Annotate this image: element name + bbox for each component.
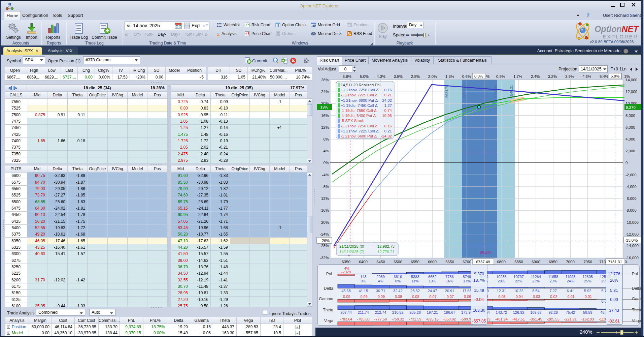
svg-text:-1 19dic. 7550 Call Δ: -1 19dic. 7550 Call Δ bbox=[341, 109, 377, 113]
svg-text:-285.55: -285.55 bbox=[547, 317, 559, 321]
svg-text:6800: 6800 bbox=[497, 260, 506, 264]
svg-text:12,000: 12,000 bbox=[625, 90, 637, 94]
svg-text:-13,045: -13,045 bbox=[625, 238, 638, 242]
svg-text:7786: 7786 bbox=[445, 275, 453, 279]
svg-text:41.15: 41.15 bbox=[359, 289, 368, 293]
svg-text:12305: 12305 bbox=[582, 275, 593, 279]
svg-text:8%: 8% bbox=[323, 137, 329, 141]
svg-text:3.2%: 3.2% bbox=[548, 74, 557, 79]
svg-text:6788.85: 6788.85 bbox=[494, 85, 498, 98]
svg-text:$: $ bbox=[277, 32, 279, 36]
svg-text:207.44: 207.44 bbox=[340, 310, 352, 314]
svg-text:-12,000: -12,000 bbox=[625, 232, 639, 236]
svg-text:99.2%: 99.2% bbox=[480, 250, 491, 255]
svg-text:8%: 8% bbox=[395, 279, 401, 283]
svg-text:Gamma: Gamma bbox=[319, 297, 333, 301]
svg-text:+1 21nov. 6600 Put Δ: +1 21nov. 6600 Put Δ bbox=[341, 98, 378, 102]
svg-text:-0.08: -0.08 bbox=[411, 295, 419, 299]
svg-text:126.92: 126.92 bbox=[513, 310, 524, 314]
svg-text:-1.3%: -1.3% bbox=[444, 74, 454, 79]
svg-text:6.41: 6.41 bbox=[567, 289, 574, 293]
svg-text:6500: 6500 bbox=[394, 260, 402, 264]
svg-text:19%: 19% bbox=[320, 105, 328, 109]
svg-text:%: % bbox=[486, 74, 489, 79]
svg-text:7050: 7050 bbox=[583, 260, 592, 264]
svg-text:14/11/2025 (7): 14/11/2025 (7) bbox=[339, 250, 364, 254]
svg-text:11658: 11658 bbox=[548, 275, 558, 279]
svg-text:143: 143 bbox=[360, 275, 366, 279]
svg-text:6700: 6700 bbox=[463, 260, 471, 264]
svg-text:-5 SPX Stock: -5 SPX Stock bbox=[341, 119, 364, 123]
svg-text:0.00: 0.00 bbox=[610, 297, 618, 302]
svg-text:-0.05: -0.05 bbox=[497, 295, 506, 299]
svg-text:21/11/2025 (0): 21/11/2025 (0) bbox=[339, 244, 364, 248]
svg-text:197.21: 197.21 bbox=[427, 310, 438, 314]
svg-text:211.74: 211.74 bbox=[358, 310, 369, 314]
svg-text:-695.15: -695.15 bbox=[426, 317, 439, 321]
svg-text:1.27: 1.27 bbox=[384, 103, 392, 108]
svg-text:28.32: 28.32 bbox=[410, 289, 420, 293]
svg-text:-24.02: -24.02 bbox=[381, 134, 392, 138]
svg-text:6550: 6550 bbox=[411, 260, 419, 264]
svg-text:-783.64: -783.64 bbox=[340, 317, 352, 321]
svg-text:12%: 12% bbox=[321, 125, 329, 129]
svg-text:-1 19dic. 6400 Put Δ: -1 19dic. 6400 Put Δ bbox=[341, 114, 376, 118]
svg-text:-12%: -12% bbox=[320, 196, 329, 201]
svg-text:-557.85: -557.85 bbox=[472, 319, 486, 324]
svg-text:37.43: 37.43 bbox=[609, 308, 619, 313]
svg-text:5.92: 5.92 bbox=[584, 289, 591, 293]
svg-text:Delta: Delta bbox=[324, 286, 333, 291]
svg-text:-1 21nov. 7225 Call Δ: -1 21nov. 7225 Call Δ bbox=[341, 93, 378, 97]
svg-text:-0.08: -0.08 bbox=[394, 295, 402, 299]
svg-text:+1 21nov. 7250 Call Δ: +1 21nov. 7250 Call Δ bbox=[341, 88, 379, 92]
svg-text:109.62: 109.62 bbox=[530, 310, 542, 314]
svg-text:3.9%: 3.9% bbox=[565, 74, 574, 79]
svg-text:-4.3%: -4.3% bbox=[375, 74, 385, 79]
svg-text:Vega: Vega bbox=[632, 318, 641, 323]
svg-text:11%: 11% bbox=[411, 279, 418, 283]
svg-text:-19.96: -19.96 bbox=[381, 114, 392, 118]
svg-text:14,000: 14,000 bbox=[625, 78, 637, 82]
svg-text:17.68: 17.68 bbox=[462, 289, 472, 293]
svg-text:-417.51: -417.51 bbox=[512, 317, 525, 321]
svg-text:-0.6%: -0.6% bbox=[461, 74, 471, 79]
svg-text:-2.8%: -2.8% bbox=[410, 74, 420, 79]
svg-text:12.31: 12.31 bbox=[497, 289, 506, 293]
svg-text:6737.49: 6737.49 bbox=[476, 260, 490, 264]
svg-text:-5.0%: -5.0% bbox=[359, 74, 369, 79]
svg-text:59.59: 59.59 bbox=[583, 310, 592, 314]
svg-text:13%: 13% bbox=[429, 279, 436, 283]
svg-text:186.67: 186.67 bbox=[444, 310, 455, 314]
svg-text:32.42: 32.42 bbox=[393, 289, 403, 293]
svg-text:6400: 6400 bbox=[359, 260, 368, 264]
svg-text:210.52: 210.52 bbox=[392, 310, 404, 314]
svg-text:-28%: -28% bbox=[320, 244, 329, 248]
svg-text:-4,000: -4,000 bbox=[625, 185, 637, 189]
svg-text:PnL: PnL bbox=[326, 272, 334, 276]
svg-text:6450: 6450 bbox=[376, 260, 385, 264]
svg-text:Theta: Theta bbox=[323, 308, 333, 312]
svg-text:22%: 22% bbox=[515, 279, 522, 283]
svg-text:26%: 26% bbox=[610, 278, 618, 283]
svg-text:23%: 23% bbox=[532, 279, 540, 283]
svg-text:0: 0 bbox=[625, 161, 628, 165]
svg-text:11264: 11264 bbox=[531, 275, 541, 279]
svg-text:-777.59: -777.59 bbox=[374, 317, 387, 321]
svg-text:6650: 6650 bbox=[445, 260, 454, 264]
svg-text:4%: 4% bbox=[378, 279, 383, 283]
svg-text:0%: 0% bbox=[361, 279, 366, 283]
svg-text:8.54: 8.54 bbox=[532, 289, 539, 293]
svg-text:-1 21nov. 6600 Put Δ: -1 21nov. 6600 Put Δ bbox=[341, 134, 377, 138]
svg-text:2.4%: 2.4% bbox=[531, 74, 540, 79]
svg-text:-14,000: -14,000 bbox=[625, 244, 639, 248]
svg-text:+1 19dic. 7450 Call Δ: +1 19dic. 7450 Call Δ bbox=[341, 103, 378, 108]
svg-text:Vega: Vega bbox=[324, 318, 334, 323]
svg-text:-8%: -8% bbox=[322, 185, 329, 189]
svg-text:7.27: 7.27 bbox=[549, 289, 556, 293]
svg-text:-0.03: -0.03 bbox=[532, 295, 540, 299]
svg-text:+1 21nov. 7225 Call Δ: +1 21nov. 7225 Call Δ bbox=[341, 129, 379, 133]
svg-text:16%: 16% bbox=[446, 279, 453, 283]
svg-text:205.26: 205.26 bbox=[409, 310, 421, 314]
svg-text:9,370: 9,370 bbox=[626, 105, 636, 110]
svg-text:6600: 6600 bbox=[428, 260, 437, 264]
